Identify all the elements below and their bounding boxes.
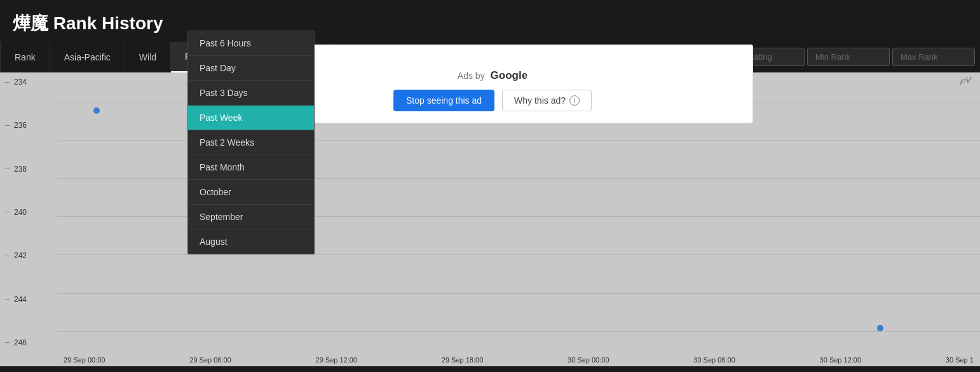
time-range-dropdown: Past 6 Hours Past Day Past 3 Days Past W…: [187, 31, 315, 254]
y-label-244: 244: [0, 295, 57, 304]
tab-asia-pacific[interactable]: Asia-Pacific: [50, 42, 125, 72]
ad-buttons: Stop seeing this ad Why this ad? i: [245, 90, 740, 111]
dropdown-item-september[interactable]: September: [188, 205, 314, 230]
ad-header: Ads by Google: [245, 69, 740, 82]
dropdown-item-past-6-hours[interactable]: Past 6 Hours: [188, 31, 314, 56]
why-this-ad-button[interactable]: Why this ad? i: [502, 90, 592, 111]
x-label-5: 30 Sep 06:00: [693, 356, 735, 364]
y-label-242: 242: [0, 251, 57, 260]
data-point-1: [93, 107, 100, 114]
grid-line-7: [57, 331, 980, 332]
dropdown-item-past-2-weeks[interactable]: Past 2 Weeks: [188, 130, 314, 155]
y-label-234: 234: [0, 78, 57, 86]
x-label-2: 29 Sep 12:00: [316, 356, 357, 364]
tab-wild[interactable]: Wild: [125, 42, 171, 72]
y-label-240: 240: [0, 208, 57, 217]
dropdown-item-past-day[interactable]: Past Day: [188, 56, 314, 81]
y-label-236: 236: [0, 121, 57, 130]
ad-back-arrow[interactable]: ←: [245, 54, 740, 65]
dropdown-item-august[interactable]: August: [188, 230, 314, 254]
data-point-3: [877, 325, 883, 331]
dropdown-item-past-week[interactable]: Past Week: [188, 106, 314, 130]
dropdown-item-october[interactable]: October: [188, 180, 314, 205]
page-title: 燁魔 Rank History: [0, 0, 980, 42]
y-label-238: 238: [0, 165, 57, 174]
ad-by-text: Ads by: [458, 71, 485, 81]
why-this-ad-label: Why this ad?: [514, 95, 566, 106]
tab-rank[interactable]: Rank: [0, 42, 50, 72]
x-label-4: 30 Sep 00:00: [568, 356, 609, 364]
y-axis: 234 236 238 240 242 244 246: [0, 72, 57, 366]
grid-line-5: [57, 254, 980, 255]
dropdown-item-past-3-days[interactable]: Past 3 Days: [188, 81, 314, 106]
watermark-top: ℘V: [960, 75, 971, 85]
x-label-0: 29 Sep 00:00: [64, 356, 105, 364]
x-label-3: 29 Sep 18:00: [442, 356, 483, 364]
x-label-7: 30 Sep 1: [946, 356, 974, 364]
max-rank-input[interactable]: [892, 48, 975, 66]
info-icon: i: [569, 95, 580, 106]
y-label-246: 246: [0, 338, 57, 347]
dropdown-item-past-month[interactable]: Past Month: [188, 155, 314, 180]
x-axis: 29 Sep 00:00 29 Sep 06:00 29 Sep 12:00 2…: [57, 356, 980, 364]
google-text: Google: [491, 69, 528, 81]
x-label-6: 30 Sep 12:00: [820, 356, 861, 364]
x-label-1: 29 Sep 06:00: [189, 356, 231, 364]
grid-line-6: [57, 293, 980, 294]
min-rank-input[interactable]: [807, 48, 890, 66]
stop-seeing-ad-button[interactable]: Stop seeing this ad: [393, 90, 494, 111]
